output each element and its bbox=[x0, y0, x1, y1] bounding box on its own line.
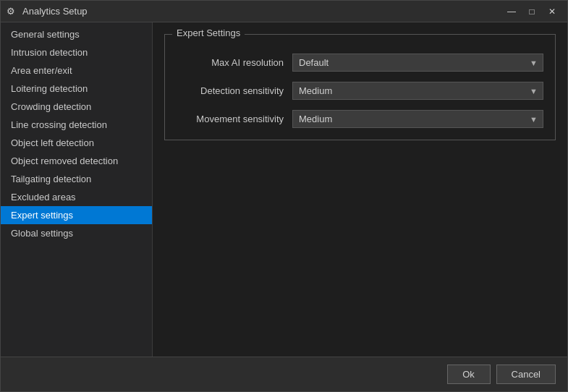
expert-settings-group: Expert Settings Max AI resolutionDefault… bbox=[164, 34, 556, 140]
sidebar-item-object-removed-detection[interactable]: Object removed detection bbox=[1, 152, 152, 170]
sidebar-item-general-settings[interactable]: General settings bbox=[1, 25, 152, 43]
settings-row-max-ai-resolution: Max AI resolutionDefaultLowMediumHigh▼ bbox=[177, 54, 543, 72]
close-button[interactable]: ✕ bbox=[543, 4, 561, 19]
content-area: Expert Settings Max AI resolutionDefault… bbox=[153, 22, 567, 357]
settings-label-movement-sensitivity: Movement sensitivity bbox=[177, 114, 292, 124]
select-movement-sensitivity[interactable]: LowMediumHigh bbox=[292, 110, 543, 128]
sidebar-item-object-left-detection[interactable]: Object left detection bbox=[1, 134, 152, 152]
bottom-bar: Ok Cancel bbox=[1, 357, 567, 391]
main-content: General settingsIntrusion detectionArea … bbox=[1, 22, 567, 357]
select-wrapper-max-ai-resolution: DefaultLowMediumHigh▼ bbox=[292, 54, 543, 72]
group-legend: Expert Settings bbox=[172, 27, 245, 38]
cancel-button[interactable]: Cancel bbox=[496, 365, 556, 384]
sidebar-item-global-settings[interactable]: Global settings bbox=[1, 224, 152, 242]
select-detection-sensitivity[interactable]: LowMediumHigh bbox=[292, 82, 543, 100]
select-wrapper-detection-sensitivity: LowMediumHigh▼ bbox=[292, 82, 543, 100]
sidebar-item-intrusion-detection[interactable]: Intrusion detection bbox=[1, 43, 152, 61]
sidebar-item-excluded-areas[interactable]: Excluded areas bbox=[1, 188, 152, 206]
window-title: Analytics Setup bbox=[22, 6, 502, 17]
sidebar-item-area-enter-exit[interactable]: Area enter/exit bbox=[1, 61, 152, 80]
select-max-ai-resolution[interactable]: DefaultLowMediumHigh bbox=[292, 54, 543, 72]
settings-label-detection-sensitivity: Detection sensitivity bbox=[177, 85, 292, 96]
sidebar-item-line-crossing-detection[interactable]: Line crossing detection bbox=[1, 116, 152, 134]
settings-label-max-ai-resolution: Max AI resolution bbox=[177, 57, 292, 68]
settings-rows-container: Max AI resolutionDefaultLowMediumHigh▼De… bbox=[177, 54, 543, 128]
app-icon: ⚙ bbox=[7, 6, 18, 17]
select-wrapper-movement-sensitivity: LowMediumHigh▼ bbox=[292, 110, 543, 128]
settings-row-detection-sensitivity: Detection sensitivityLowMediumHigh▼ bbox=[177, 82, 543, 100]
sidebar: General settingsIntrusion detectionArea … bbox=[1, 22, 153, 357]
ok-button[interactable]: Ok bbox=[447, 365, 491, 384]
sidebar-item-crowding-detection[interactable]: Crowding detection bbox=[1, 98, 152, 116]
settings-row-movement-sensitivity: Movement sensitivityLowMediumHigh▼ bbox=[177, 110, 543, 128]
sidebar-item-tailgating-detection[interactable]: Tailgating detection bbox=[1, 170, 152, 188]
window-controls: — □ ✕ bbox=[502, 4, 561, 19]
sidebar-item-loitering-detection[interactable]: Loitering detection bbox=[1, 80, 152, 98]
sidebar-item-expert-settings[interactable]: Expert settings bbox=[1, 206, 152, 224]
main-window: ⚙ Analytics Setup — □ ✕ General settings… bbox=[0, 0, 568, 392]
title-bar: ⚙ Analytics Setup — □ ✕ bbox=[1, 1, 567, 22]
maximize-button[interactable]: □ bbox=[522, 4, 541, 19]
minimize-button[interactable]: — bbox=[502, 4, 521, 19]
